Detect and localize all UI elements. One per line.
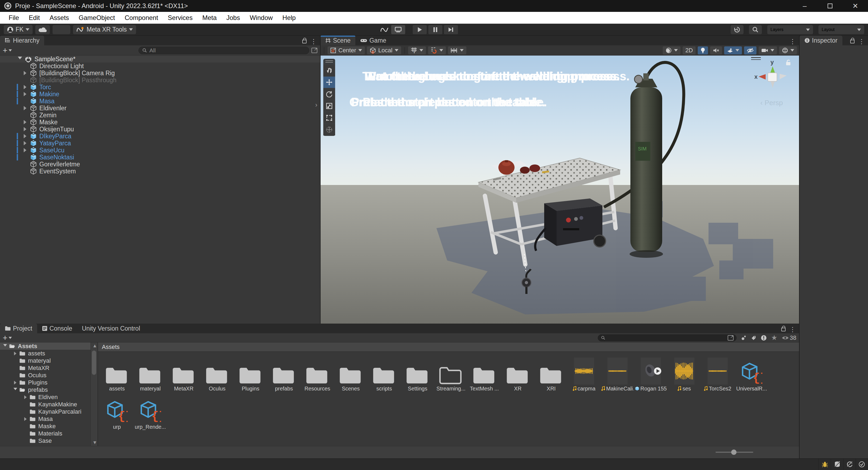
foldout-arrow-icon[interactable]	[14, 352, 17, 355]
maximize-button[interactable]	[817, 0, 843, 12]
project-tree-item-plugins[interactable]: Plugins	[0, 379, 97, 386]
asset-metaxr[interactable]: MetaXR	[166, 354, 200, 392]
camera-dropdown[interactable]	[758, 47, 777, 55]
hierarchy-item-makine[interactable]: Makine	[0, 91, 320, 98]
foldout-arrow-icon[interactable]	[24, 85, 26, 89]
lock-icon[interactable]	[302, 40, 307, 43]
hierarchy-item-sasenoktasi[interactable]: SaseNoktasi	[0, 154, 320, 161]
meta-xr-tools-dropdown[interactable]: Meta XR Tools	[73, 25, 136, 34]
project-tree-item-assets[interactable]: assets	[0, 350, 97, 357]
project-tree-item-prefabs[interactable]: prefabs	[0, 386, 97, 393]
asset-torcses2[interactable]: TorcSes2	[701, 354, 734, 392]
hierarchy-item-saseucu[interactable]: SaseUcu	[0, 147, 320, 154]
asset-scripts[interactable]: scripts	[367, 354, 400, 392]
hierarchy-item-eldivenler[interactable]: Eldivenler	[0, 105, 320, 112]
kebab-menu-icon[interactable]: ⋮	[789, 38, 796, 45]
tab-project[interactable]: Project	[0, 324, 37, 333]
search-by-type-button[interactable]	[741, 335, 747, 341]
auto-refresh-status-button[interactable]	[843, 459, 856, 470]
project-tree-item-metaxr[interactable]: MetaXR	[0, 364, 97, 372]
menu-file[interactable]: File	[4, 12, 24, 24]
perspective-label[interactable]: ‹ Persp	[760, 99, 783, 107]
foldout-arrow-icon[interactable]	[24, 417, 27, 421]
search-everywhere-button[interactable]	[749, 25, 762, 34]
foldout-arrow-icon[interactable]	[24, 395, 27, 399]
slider-knob[interactable]	[731, 449, 737, 455]
transform-tool-button[interactable]	[323, 124, 335, 135]
menu-window[interactable]: Window	[245, 12, 277, 24]
asset-settings[interactable]: Settings	[400, 354, 434, 392]
step-button[interactable]	[444, 25, 458, 34]
favorites-button[interactable]: ★	[771, 333, 777, 342]
menu-services[interactable]: Services	[163, 12, 197, 24]
tree-scrollbar[interactable]: ▲ ▼	[91, 343, 97, 446]
project-tree-item-sase[interactable]: Sase	[0, 437, 97, 444]
account-dropdown[interactable]: FK	[4, 25, 33, 34]
asset-scenes[interactable]: Scenes	[334, 354, 367, 392]
asset-plugins[interactable]: Plugins	[233, 354, 267, 392]
asset-universalr-[interactable]: {} UniversalR...	[734, 354, 768, 392]
menu-help[interactable]: Help	[277, 12, 300, 24]
orientation-dropdown[interactable]: Local	[367, 47, 401, 55]
foldout-arrow-icon[interactable]	[24, 92, 26, 96]
asset-materyal[interactable]: materyal	[133, 354, 166, 392]
grid-visibility-button[interactable]: Y	[408, 47, 426, 55]
scale-tool-button[interactable]	[323, 100, 335, 112]
layout-dropdown[interactable]: Layout	[818, 25, 864, 34]
rect-tool-button[interactable]	[323, 112, 335, 123]
cloud-button[interactable]	[35, 25, 50, 34]
project-tree-item-materials[interactable]: Materials	[0, 430, 97, 437]
empty-toolbar-slot[interactable]	[53, 25, 70, 34]
pivot-mode-dropdown[interactable]: Center	[328, 47, 365, 55]
gizmos-dropdown[interactable]	[779, 47, 797, 55]
overlay-drag-handle[interactable]	[323, 59, 335, 64]
add-gameobject-button[interactable]: +	[3, 46, 12, 55]
add-asset-button[interactable]: +	[3, 333, 12, 343]
project-tree-item-materyal[interactable]: materyal	[0, 357, 97, 364]
grid-snap-button[interactable]	[428, 47, 446, 55]
minimize-button[interactable]: –	[792, 0, 817, 12]
asset-resources[interactable]: Resources	[300, 354, 334, 392]
breadcrumb-assets[interactable]: Assets	[102, 344, 120, 351]
menu-jobs[interactable]: Jobs	[221, 12, 245, 24]
menu-meta[interactable]: Meta	[197, 12, 221, 24]
hierarchy-item-oksijentupu[interactable]: OksijenTupu	[0, 126, 320, 133]
undo-history-button[interactable]	[731, 25, 744, 34]
foldout-arrow-icon[interactable]	[14, 381, 17, 384]
project-tree-item-assets[interactable]: Assets	[0, 343, 97, 350]
search-by-label-button[interactable]	[751, 335, 756, 341]
scroll-up-icon[interactable]: ▲	[92, 343, 97, 349]
foldout-arrow-icon[interactable]	[24, 141, 26, 145]
tab-scene[interactable]: Scene	[320, 36, 355, 45]
kebab-menu-icon[interactable]: ⋮	[858, 38, 865, 45]
visibility-count[interactable]: 38	[782, 334, 796, 342]
tab-unity-version-control[interactable]: Unity Version Control	[77, 324, 145, 333]
asset-assets[interactable]: assets	[100, 354, 133, 392]
move-tool-button[interactable]	[323, 77, 335, 88]
asset-carpma[interactable]: carpma	[567, 354, 601, 392]
pause-button[interactable]	[428, 25, 442, 34]
menu-gameobject[interactable]: GameObject	[74, 12, 120, 24]
asset-urp[interactable]: {} urp	[100, 392, 133, 431]
hierarchy-item-torc[interactable]: Torc	[0, 84, 320, 91]
lock-icon[interactable]	[781, 328, 785, 331]
hierarchy-item-zemin[interactable]: Zemin	[0, 112, 320, 119]
foldout-arrow-icon[interactable]	[24, 106, 26, 110]
hierarchy-item-yatayparca[interactable]: YatayParca	[0, 140, 320, 147]
hand-tool-button[interactable]	[323, 65, 335, 76]
foldout-arrow-icon[interactable]	[24, 120, 26, 124]
hierarchy-item--buildingblock-camera-rig[interactable]: [BuildingBlock] Camera Rig	[0, 69, 320, 77]
asset-rogan-155[interactable]: Rogan 155	[634, 354, 668, 392]
foldout-arrow-icon[interactable]	[18, 57, 22, 61]
shading-mode-dropdown[interactable]	[663, 47, 681, 55]
kebab-menu-icon[interactable]: ⋮	[789, 326, 796, 333]
menu-component[interactable]: Component	[120, 12, 163, 24]
scroll-down-icon[interactable]: ▼	[92, 440, 97, 445]
orientation-gizmo[interactable]: y x	[751, 57, 792, 103]
hierarchy-search-input[interactable]: All	[138, 47, 309, 54]
project-tree-item-maske[interactable]: Maske	[0, 422, 97, 430]
hierarchy-item-maske[interactable]: Maske	[0, 119, 320, 126]
popout-search-icon[interactable]	[311, 48, 317, 53]
menu-edit[interactable]: Edit	[24, 12, 45, 24]
tab-game[interactable]: Game	[355, 36, 391, 45]
